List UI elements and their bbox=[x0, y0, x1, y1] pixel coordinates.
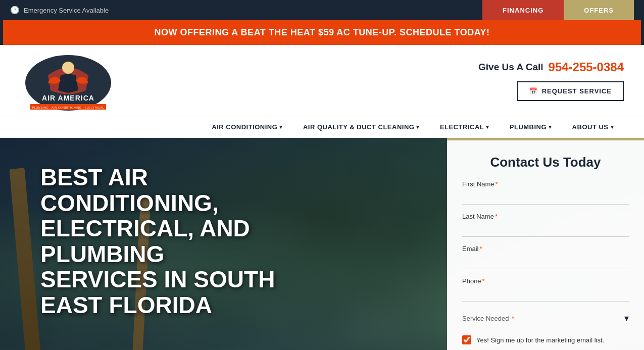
chevron-down-icon: ▾ bbox=[611, 124, 614, 130]
nav-item-ac[interactable]: AIR CONDITIONING ▾ bbox=[202, 116, 293, 138]
first-name-input[interactable] bbox=[462, 190, 629, 205]
hero-title: BEST AIR CONDITIONING, ELECTRICAL, AND P… bbox=[40, 165, 323, 318]
nav-item-air-quality[interactable]: AIR QUALITY & DUCT CLEANING ▾ bbox=[293, 116, 430, 138]
email-input[interactable] bbox=[462, 255, 629, 269]
last-name-input[interactable] bbox=[462, 222, 629, 237]
service-select[interactable]: Service Needed * ▾ bbox=[462, 310, 629, 327]
calendar-icon: 📅 bbox=[529, 87, 538, 95]
header-right: Give Us A Call 954-255-0384 📅 REQUEST SE… bbox=[478, 60, 624, 101]
required-star: * bbox=[510, 315, 515, 322]
request-service-button[interactable]: 📅 REQUEST SERVICE bbox=[517, 81, 624, 101]
chevron-down-icon: ▾ bbox=[279, 124, 283, 130]
request-label: REQUEST SERVICE bbox=[542, 87, 612, 95]
promo-text: NOW OFFERING A BEAT THE HEAT $59 AC TUNE… bbox=[154, 27, 489, 37]
phone-number[interactable]: 954-255-0384 bbox=[549, 60, 624, 74]
chevron-down-icon: ▾ bbox=[549, 124, 552, 130]
required-star: * bbox=[480, 245, 482, 253]
contact-form-panel: Contact Us Today First Name* Last Name* … bbox=[447, 138, 644, 350]
last-name-label: Last Name* bbox=[462, 213, 629, 220]
svg-text:PLUMBING · AIR CONDITIONING · : PLUMBING · AIR CONDITIONING · ELECTRICAL bbox=[32, 106, 105, 109]
hero-section: BEST AIR CONDITIONING, ELECTRICAL, AND P… bbox=[0, 138, 644, 350]
financing-button[interactable]: FINANCING bbox=[482, 0, 564, 20]
last-name-field: Last Name* bbox=[462, 213, 629, 237]
top-bar-actions: FINANCING OFFERS bbox=[482, 0, 634, 20]
navigation: AIR CONDITIONING ▾ AIR QUALITY & DUCT CL… bbox=[0, 116, 644, 138]
header: AIR AMERICA PLUMBING · AIR CONDITIONING … bbox=[0, 45, 644, 116]
nav-item-plumbing[interactable]: PLUMBING ▾ bbox=[500, 116, 562, 138]
phone-label: Phone* bbox=[462, 277, 629, 285]
required-star: * bbox=[495, 213, 498, 220]
marketing-checkbox-label: Yes! Sign me up for the marketing email … bbox=[476, 336, 604, 344]
call-prefix: Give Us A Call bbox=[478, 62, 543, 73]
phone-input[interactable] bbox=[462, 287, 629, 302]
service-label: Service Needed * bbox=[462, 315, 624, 322]
svg-text:AIR AMERICA: AIR AMERICA bbox=[42, 94, 94, 102]
logo[interactable]: AIR AMERICA PLUMBING · AIR CONDITIONING … bbox=[20, 50, 116, 111]
emergency-text: Emergency Service Available bbox=[24, 7, 109, 14]
contact-form-title: Contact Us Today bbox=[462, 155, 629, 170]
service-field[interactable]: Service Needed * ▾ bbox=[462, 310, 629, 327]
chevron-down-icon: ▾ bbox=[486, 124, 489, 130]
required-star: * bbox=[482, 277, 485, 285]
offers-button[interactable]: OFFERS bbox=[564, 0, 634, 20]
emergency-notice: 🕐 Emergency Service Available bbox=[10, 6, 482, 15]
nav-item-electrical[interactable]: ELECTRICAL ▾ bbox=[430, 116, 500, 138]
first-name-label: First Name* bbox=[462, 180, 629, 188]
email-field: Email* bbox=[462, 245, 629, 269]
marketing-checkbox[interactable] bbox=[462, 335, 471, 344]
promo-bar[interactable]: NOW OFFERING A BEAT THE HEAT $59 AC TUNE… bbox=[0, 20, 644, 45]
email-label: Email* bbox=[462, 245, 629, 253]
chevron-down-icon: ▾ bbox=[624, 313, 629, 324]
hero-title-line3: SERVICES IN SOUTH EAST FLORIDA bbox=[40, 266, 275, 318]
marketing-checkbox-row: Yes! Sign me up for the marketing email … bbox=[462, 335, 629, 344]
phone-field: Phone* bbox=[462, 277, 629, 302]
nav-item-about[interactable]: ABOUT US ▾ bbox=[562, 116, 624, 138]
hero-title-line1: BEST AIR CONDITIONING, bbox=[40, 164, 219, 216]
hero-title-line2: ELECTRICAL, AND PLUMBING bbox=[40, 215, 250, 267]
call-row: Give Us A Call 954-255-0384 bbox=[478, 60, 624, 74]
top-bar: 🕐 Emergency Service Available FINANCING … bbox=[0, 0, 644, 20]
clock-icon: 🕐 bbox=[10, 6, 20, 15]
required-star: * bbox=[496, 180, 498, 188]
first-name-field: First Name* bbox=[462, 180, 629, 205]
chevron-down-icon: ▾ bbox=[416, 124, 420, 130]
hero-text: BEST AIR CONDITIONING, ELECTRICAL, AND P… bbox=[40, 165, 323, 318]
svg-point-1 bbox=[62, 62, 74, 74]
